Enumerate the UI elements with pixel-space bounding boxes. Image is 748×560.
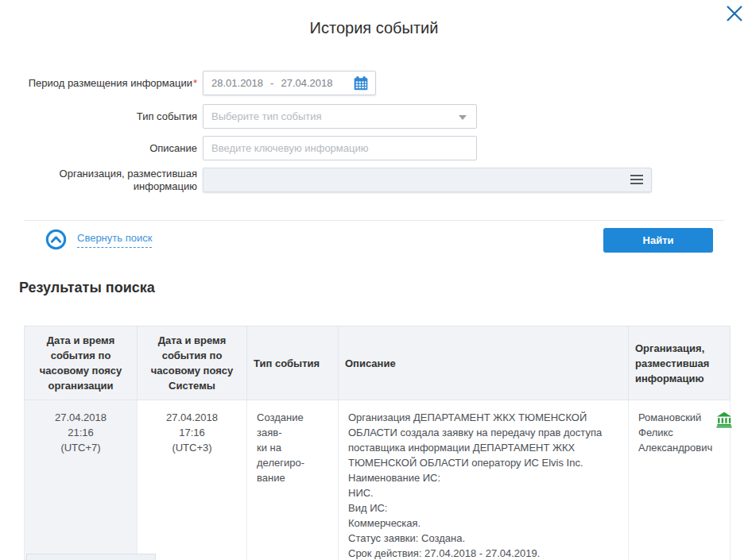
table-scrollbar-thumb[interactable]: [26, 554, 156, 560]
results-table: Дата и время события по часовому поясу о…: [24, 326, 731, 560]
form-divider: [24, 220, 724, 221]
hamburger-icon[interactable]: [630, 175, 643, 187]
column-header-description: Описание: [339, 326, 629, 400]
cell-system-datetime: 27.04.2018 17:16 (UTC+3): [138, 400, 247, 560]
column-header-event-type: Тип события: [247, 326, 339, 400]
date-to-value[interactable]: 27.04.2018: [281, 77, 332, 89]
cell-description: Организация ДЕПАРТАМЕНТ ЖКХ ТЮМЕНСКОЙ ОБ…: [339, 400, 629, 560]
cell-organization: Романовский Феликс Александрович: [629, 400, 731, 560]
column-header-org-datetime: Дата и время события по часовому поясу о…: [25, 326, 138, 400]
results-heading: Результаты поиска: [19, 280, 155, 296]
cell-org-datetime: 27.04.2018 21:16 (UTC+7): [25, 400, 138, 560]
chevron-down-icon[interactable]: [459, 115, 467, 120]
organization-person-name: Романовский Феликс Александрович: [638, 410, 712, 455]
event-history-dialog: История событий Период размещения информ…: [0, 0, 748, 560]
calendar-icon[interactable]: [353, 75, 369, 94]
bank-building-icon: [715, 411, 733, 432]
required-asterisk: *: [193, 77, 197, 89]
collapse-search-link[interactable]: Свернуть поиск: [77, 232, 152, 248]
description-placeholder: Введите ключевую информацию: [211, 142, 368, 154]
date-from-value[interactable]: 28.01.2018: [211, 77, 263, 89]
table-header-row: Дата и время события по часовому поясу о…: [25, 326, 731, 400]
collapse-search-control[interactable]: Свернуть поиск: [45, 229, 152, 250]
organization-field-label: Организация, разместившая информацию: [38, 168, 197, 193]
column-header-organization: Организация, разместившая информацию: [629, 326, 731, 400]
close-icon[interactable]: [724, 3, 745, 24]
period-date-range-input[interactable]: 28.01.2018 - 27.04.2018: [203, 71, 376, 95]
description-field-label: Описание: [24, 142, 197, 155]
date-range-separator: -: [270, 77, 273, 89]
column-header-system-datetime: Дата и время события по часовому поясу С…: [138, 326, 247, 400]
table-row: 27.04.2018 21:16 (UTC+7) 27.04.2018 17:1…: [25, 400, 731, 560]
chevron-up-circle-icon[interactable]: [45, 229, 67, 250]
search-button[interactable]: Найти: [603, 228, 713, 253]
period-field-label: Период размещения информации*: [24, 77, 197, 90]
dialog-title: История событий: [0, 19, 748, 37]
event-type-select[interactable]: Выберите тип события: [203, 104, 477, 129]
description-input[interactable]: Введите ключевую информацию: [203, 136, 477, 160]
event-type-field-label: Тип события: [24, 110, 197, 123]
event-type-placeholder: Выберите тип события: [211, 110, 321, 122]
cell-event-type: Создание заяв- ки на делегиро- вание: [247, 400, 339, 560]
organization-input[interactable]: [203, 168, 652, 192]
